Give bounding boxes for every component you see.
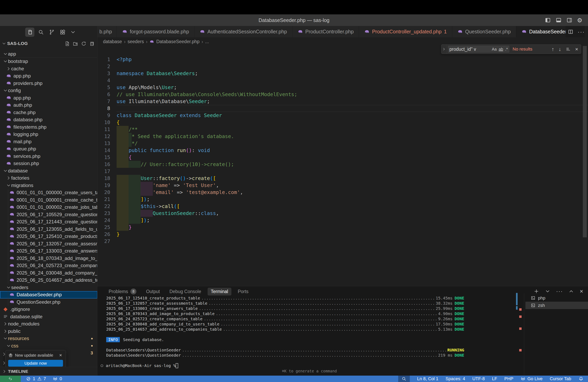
code-line[interactable]: 25 } — [97, 224, 588, 231]
extensions-icon[interactable] — [58, 28, 67, 37]
code-line[interactable]: 20 'email' => 'test@example.com', — [97, 189, 588, 196]
find-query[interactable]: product_id" v — [449, 47, 490, 52]
tree-folder[interactable]: resources● — [0, 335, 97, 342]
tree-folder[interactable]: database — [0, 167, 97, 174]
tree-file[interactable]: 0001_01_01_000000_create_users_ta... — [0, 189, 97, 196]
code-line[interactable]: 7use Illuminate\Database\Seeder; — [97, 98, 588, 105]
explorer-activity-icon[interactable] — [25, 28, 34, 37]
find-collapse-toggle[interactable] — [441, 45, 447, 54]
tree-file[interactable]: session.php — [0, 160, 97, 167]
go-live-button[interactable]: Go Live — [521, 376, 543, 382]
code-line[interactable]: 13 */ — [97, 140, 588, 147]
problems-status[interactable]: 1 ⚠ 7 — [26, 376, 46, 382]
code-line[interactable]: 10{ — [97, 119, 588, 126]
code-line[interactable]: 8 — [97, 105, 588, 112]
code-line[interactable]: 11 /** — [97, 126, 588, 133]
breadcrumb-item[interactable]: database — [103, 39, 122, 44]
code-line[interactable]: 24 ]); — [97, 217, 588, 224]
split-editor-icon[interactable] — [567, 29, 574, 35]
panel-tab-terminal[interactable]: Terminal — [208, 288, 231, 295]
toggle-panel-icon[interactable] — [555, 17, 562, 23]
whole-word-button[interactable]: ab — [499, 47, 503, 52]
cursor-tab-status[interactable]: Cursor Tab — [550, 376, 571, 382]
breadcrumb-item[interactable]: seeders — [127, 39, 144, 44]
tree-file[interactable]: 0001_01_01_000002_create_jobs_tab... — [0, 204, 97, 211]
tree-folder[interactable]: node_modules — [0, 320, 97, 328]
tree-file[interactable]: .gitignore — [0, 306, 97, 313]
project-root-label[interactable]: SAS-LOG — [7, 41, 64, 46]
panel-tab-problems[interactable]: Problems8 — [105, 287, 140, 296]
tree-file[interactable]: 2025_06_25_014657_add_address_to... — [0, 277, 97, 284]
new-folder-icon[interactable] — [73, 41, 78, 46]
code-line[interactable]: 15 { — [97, 154, 588, 161]
terminal-output[interactable]: 2025_06_17_125410_create_products_table … — [106, 295, 464, 368]
match-case-button[interactable]: Aa — [492, 47, 497, 52]
tree-file[interactable]: 2025_06_17_133003_create_answers_... — [0, 247, 97, 255]
find-input[interactable]: product_id" v Aa ab .* — [448, 46, 509, 53]
tree-file[interactable]: providers.php — [0, 79, 97, 87]
tree-file[interactable]: mail.php — [0, 138, 97, 145]
more-actions-icon[interactable]: ··· — [556, 288, 563, 294]
tree-file[interactable]: 2025_06_17_121443_create_questions... — [0, 218, 97, 226]
tree-file[interactable]: 2025_06_17_125410_create_products... — [0, 233, 97, 240]
search-indicator[interactable] — [398, 376, 410, 382]
cursor-position[interactable]: Ln 8, Col 1 — [417, 376, 438, 382]
terminal-instance-php[interactable]: php — [525, 294, 588, 302]
editor-tab[interactable]: QuestionSeeder.php — [452, 26, 516, 37]
new-terminal-icon[interactable] — [534, 288, 539, 294]
next-match-icon[interactable]: ↓ — [559, 46, 561, 52]
code-line[interactable]: 19 'name' => 'Test User', — [97, 182, 588, 189]
close-panel-icon[interactable]: × — [580, 288, 583, 295]
editor-tab[interactable]: b.php — [97, 26, 117, 37]
tree-folder[interactable]: public — [0, 327, 97, 335]
tree-file[interactable]: 2025_06_24_025723_create_compan... — [0, 262, 97, 269]
code-line[interactable]: 18 User::factory()->create([ — [97, 175, 588, 182]
tree-file[interactable]: auth.php — [0, 101, 97, 109]
source-control-icon[interactable] — [47, 28, 56, 37]
tree-file[interactable]: cache.php — [0, 109, 97, 116]
code-line[interactable]: 1<?php — [97, 56, 588, 63]
chevron-down-icon[interactable] — [68, 28, 78, 37]
tree-file[interactable]: queue.php — [0, 145, 97, 153]
tree-file[interactable]: QuestionSeeder.php — [0, 298, 97, 306]
editor-tab[interactable]: ProductController.php — [293, 26, 359, 37]
terminal-dropdown-icon[interactable] — [545, 288, 550, 294]
code-line[interactable]: 2 — [97, 63, 588, 70]
code-line[interactable]: 26} — [97, 231, 588, 238]
code-line[interactable]: 12 * Seed the application's database. — [97, 133, 588, 140]
notifications-bell-icon[interactable] — [578, 376, 584, 382]
indentation[interactable]: Spaces: 4 — [446, 376, 465, 382]
tree-file[interactable]: app.php — [0, 94, 97, 101]
code-line[interactable]: 17 — [97, 168, 588, 175]
tree-folder[interactable]: css● — [0, 342, 97, 349]
regex-button[interactable]: .* — [505, 47, 508, 52]
tree-folder[interactable]: app — [0, 50, 97, 58]
tree-folder[interactable]: config — [0, 87, 97, 94]
code-line[interactable]: 22 $this->call([ — [97, 203, 588, 210]
tree-folder[interactable]: migrations — [0, 182, 97, 189]
refresh-explorer-icon[interactable] — [81, 41, 86, 46]
collapse-folders-icon[interactable] — [89, 41, 95, 46]
tree-folder[interactable]: factories — [0, 174, 97, 182]
timeline-section[interactable]: TIMELINE — [0, 367, 97, 376]
chevron-down-icon[interactable] — [1, 41, 6, 46]
tree-file[interactable]: 2025_06_17_105529_create_question... — [0, 211, 97, 218]
tree-file[interactable]: logging.php — [0, 131, 97, 138]
terminal-instance-zsh[interactable]: zsh — [525, 302, 588, 309]
more-actions-icon[interactable]: ··· — [578, 28, 585, 35]
breadcrumb-item[interactable]: DatabaseSeeder.php — [156, 39, 199, 44]
code-line[interactable]: 27 — [97, 238, 588, 245]
ports-status[interactable]: 0 — [53, 376, 62, 382]
code-line[interactable]: 6// use Illuminate\Database\Console\Seed… — [97, 91, 588, 98]
tree-file[interactable]: database.php — [0, 116, 97, 123]
code-line[interactable]: 3namespace Database\Seeders; — [97, 70, 588, 77]
close-icon[interactable]: × — [575, 46, 578, 52]
code-line[interactable]: 23 QuestionSeeder::class, — [97, 210, 588, 217]
panel-tab-debug-console[interactable]: Debug Console — [166, 288, 204, 295]
previous-match-icon[interactable]: ↑ — [552, 46, 554, 52]
find-in-selection-icon[interactable] — [566, 47, 571, 52]
tree-folder[interactable]: seeders — [0, 284, 97, 291]
new-file-icon[interactable] — [64, 41, 70, 46]
encoding[interactable]: UTF-8 — [472, 376, 485, 382]
code-editor[interactable]: 1<?php23namespace Database\Seeders;45use… — [97, 46, 588, 286]
